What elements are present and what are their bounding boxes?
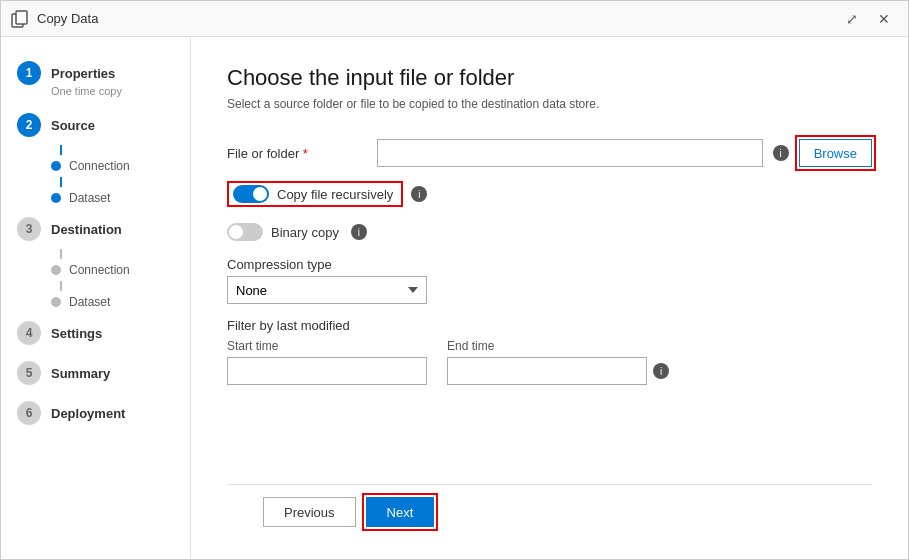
step3-label: Destination: [51, 222, 122, 237]
right-panel: Choose the input file or folder Select a…: [191, 37, 908, 559]
connector-2: [60, 177, 62, 187]
source-connection-item[interactable]: Connection: [1, 155, 190, 177]
connector-3: [60, 249, 62, 259]
titlebar-left: Copy Data: [11, 10, 98, 28]
step6-circle: 6: [17, 401, 41, 425]
step3-circle: 3: [17, 217, 41, 241]
filter-section: Filter by last modified Start time End t…: [227, 318, 872, 385]
binary-copy-info: i: [351, 224, 367, 240]
previous-button[interactable]: Previous: [263, 497, 356, 527]
dest-connection-item[interactable]: Connection: [1, 259, 190, 281]
compression-type-row: Compression type None GZip BZip2 Deflate: [227, 257, 872, 304]
required-star: *: [299, 146, 308, 161]
dest-dataset-label: Dataset: [69, 295, 110, 309]
footer: Previous Next: [227, 484, 872, 539]
panel-subtitle: Select a source folder or file to be cop…: [227, 97, 872, 111]
step5-header: 5 Summary: [17, 361, 174, 385]
step2-item[interactable]: 2 Source: [1, 105, 190, 145]
copy-recursive-info: i: [411, 186, 427, 202]
file-folder-input[interactable]: [377, 139, 763, 167]
sidebar-item-source[interactable]: 2 Source Connection Dataset: [1, 105, 190, 209]
sidebar-item-properties[interactable]: 1 Properties One time copy: [1, 53, 190, 105]
step1-label: Properties: [51, 66, 115, 81]
dest-connection-dot: [51, 265, 61, 275]
source-connection-dot: [51, 161, 61, 171]
step1-header: 1 Properties: [17, 61, 174, 85]
binary-copy-toggle[interactable]: [227, 223, 263, 241]
panel-title: Choose the input file or folder: [227, 65, 872, 91]
copy-data-icon: [11, 10, 29, 28]
dest-connection-label: Connection: [69, 263, 130, 277]
next-button[interactable]: Next: [366, 497, 435, 527]
binary-copy-row: Binary copy i: [227, 221, 872, 243]
step2-label: Source: [51, 118, 95, 133]
step5-label: Summary: [51, 366, 110, 381]
step6-label: Deployment: [51, 406, 125, 421]
dest-dataset-item[interactable]: Dataset: [1, 291, 190, 313]
expand-button[interactable]: ⤢: [838, 7, 866, 31]
window-title: Copy Data: [37, 11, 98, 26]
step6-header: 6 Deployment: [17, 401, 174, 425]
compression-type-label: Compression type: [227, 257, 872, 272]
step3-item[interactable]: 3 Destination: [1, 209, 190, 249]
sidebar-item-destination[interactable]: 3 Destination Connection Dataset: [1, 209, 190, 313]
titlebar: Copy Data ⤢ ✕: [1, 1, 908, 37]
binary-copy-label: Binary copy: [271, 225, 339, 240]
file-folder-info-dot: i: [773, 145, 789, 161]
step4-circle: 4: [17, 321, 41, 345]
file-folder-row: File or folder * i Browse: [227, 139, 872, 167]
sidebar-item-summary[interactable]: 5 Summary: [1, 353, 190, 393]
step1-circle: 1: [17, 61, 41, 85]
main-content: 1 Properties One time copy 2 Source Conn…: [1, 37, 908, 559]
step4-label: Settings: [51, 326, 102, 341]
copy-recursive-label: Copy file recursively: [277, 187, 393, 202]
source-dataset-label: Dataset: [69, 191, 110, 205]
filter-label: Filter by last modified: [227, 318, 872, 333]
step2-circle: 2: [17, 113, 41, 137]
start-time-group: Start time: [227, 339, 427, 385]
copy-recursive-toggle[interactable]: [233, 185, 269, 203]
dest-dataset-dot: [51, 297, 61, 307]
sidebar: 1 Properties One time copy 2 Source Conn…: [1, 37, 191, 559]
end-time-label: End time: [447, 339, 669, 353]
end-time-input-row: i: [447, 357, 669, 385]
source-dataset-dot: [51, 193, 61, 203]
start-time-input[interactable]: [227, 357, 427, 385]
end-time-group: End time i: [447, 339, 669, 385]
copy-recursive-container: Copy file recursively: [227, 181, 403, 207]
sidebar-item-deployment[interactable]: 6 Deployment: [1, 393, 190, 433]
step5-circle: 5: [17, 361, 41, 385]
connector-1: [60, 145, 62, 155]
connector-4: [60, 281, 62, 291]
form-area: File or folder * i Browse Copy file recu…: [227, 139, 872, 484]
copy-data-window: Copy Data ⤢ ✕ 1 Properties One time copy: [0, 0, 909, 560]
sidebar-item-settings[interactable]: 4 Settings: [1, 313, 190, 353]
step3-header: 3 Destination: [17, 217, 174, 241]
end-time-input[interactable]: [447, 357, 647, 385]
step4-header: 4 Settings: [17, 321, 174, 345]
binary-copy-thumb: [229, 225, 243, 239]
source-dataset-item[interactable]: Dataset: [1, 187, 190, 209]
copy-recursive-row: Copy file recursively i: [227, 181, 872, 207]
step1-sublabel: One time copy: [51, 85, 174, 97]
file-folder-label: File or folder *: [227, 146, 367, 161]
filter-inputs: Start time End time i: [227, 339, 872, 385]
titlebar-controls: ⤢ ✕: [838, 7, 898, 31]
svg-rect-1: [16, 11, 27, 24]
copy-recursive-thumb: [253, 187, 267, 201]
close-button[interactable]: ✕: [870, 7, 898, 31]
source-connection-label: Connection: [69, 159, 130, 173]
end-time-info: i: [653, 363, 669, 379]
browse-button[interactable]: Browse: [799, 139, 872, 167]
step2-header: 2 Source: [17, 113, 174, 137]
compression-type-select[interactable]: None GZip BZip2 Deflate: [227, 276, 427, 304]
start-time-label: Start time: [227, 339, 427, 353]
